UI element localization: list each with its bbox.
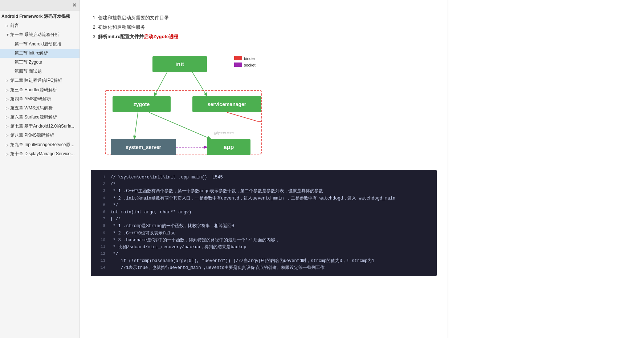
line-content: //1表示true，也就执行ueventd_main ,ueventd主要是负责… bbox=[110, 265, 432, 271]
svg-rect-19 bbox=[234, 56, 242, 60]
sidebar-item-ch2[interactable]: ▷第二章 跨进程通信IPC解析 bbox=[0, 76, 80, 85]
sidebar-item-ch7[interactable]: ▷第七章 基于Android12.0的SurfaceFlinger源 bbox=[0, 122, 80, 131]
expand-icon: ▷ bbox=[6, 23, 9, 29]
sidebar: ✕ Android Framework 源码开发揭秘▷前言▼第一章 系统启动流程… bbox=[0, 0, 80, 338]
svg-line-10 bbox=[149, 112, 211, 139]
sidebar-tree: Android Framework 源码开发揭秘▷前言▼第一章 系统启动流程分析… bbox=[0, 11, 80, 160]
line-number: 5 bbox=[95, 202, 105, 209]
sidebar-item-ch8[interactable]: ▷第八章 PKMS源码解析 bbox=[0, 131, 80, 140]
svg-text:gityuan.com: gityuan.com bbox=[214, 131, 234, 135]
sidebar-item-label: 第六章 Surface源码解析 bbox=[10, 114, 57, 120]
expand-icon: ▷ bbox=[6, 105, 9, 111]
svg-line-2 bbox=[154, 72, 167, 96]
line-number: 2 bbox=[95, 181, 105, 188]
sidebar-item-ch6[interactable]: ▷第六章 Surface源码解析 bbox=[0, 113, 80, 122]
line-number: 6 bbox=[95, 209, 105, 216]
line-content: * 2 .init的main函数有两个其它入口，一是参数中有ueventd，进入… bbox=[110, 195, 432, 202]
sidebar-item-label: 第一节 Android启动概括 bbox=[15, 41, 61, 47]
sidebar-item-ch3[interactable]: ▷第三章 Handler源码解析 bbox=[0, 85, 80, 94]
line-number: 11 bbox=[95, 244, 105, 251]
line-content: * 比如/sdcard/miui_recovery/backup，得到的结果是b… bbox=[110, 244, 432, 251]
sidebar-close-icon[interactable]: ✕ bbox=[72, 2, 77, 8]
architecture-diagram: init zygote servicemanager bbox=[91, 49, 280, 161]
expand-icon: ▷ bbox=[6, 96, 9, 102]
code-line: 1// \system\core\init\init .cpp main() L… bbox=[91, 174, 437, 181]
code-line: 12 */ bbox=[91, 251, 437, 258]
sidebar-item-ch1-s4[interactable]: 第四节 面试题 bbox=[0, 67, 80, 76]
line-content: * 3 .basename是C库中的一个函数，得到特定的路径中的最后一个'/'后… bbox=[110, 237, 432, 244]
code-line: 11 * 比如/sdcard/miui_recovery/backup，得到的结… bbox=[91, 244, 437, 251]
line-number: 7 bbox=[95, 216, 105, 223]
line-content: /* bbox=[110, 181, 432, 188]
expand-icon: ▼ bbox=[6, 32, 9, 38]
expand-icon: ▷ bbox=[6, 133, 9, 138]
sidebar-item-ch4[interactable]: ▷第四章 AMS源码解析 bbox=[0, 94, 80, 104]
sidebar-item-ch9[interactable]: ▷第九章 InputManagerService源码解析 bbox=[0, 140, 80, 149]
sidebar-item-label: 第七章 基于Android12.0的SurfaceFlinger源 bbox=[10, 124, 80, 129]
sidebar-item-ch1[interactable]: ▼第一章 系统启动流程分析 bbox=[0, 30, 80, 39]
sidebar-item-label: 第五章 WMS源码解析 bbox=[10, 105, 53, 110]
code-panel bbox=[448, 0, 644, 338]
sidebar-item-book-title[interactable]: Android Framework 源码开发揭秘 bbox=[0, 12, 80, 21]
sidebar-item-label: 第四章 AMS源码解析 bbox=[10, 96, 51, 101]
code-line: 8 * 1 .strcmp是String的一个函数，比较字符串，相等返回0 bbox=[91, 223, 437, 230]
svg-text:app: app bbox=[224, 144, 234, 150]
expand-icon: ▷ bbox=[6, 78, 9, 84]
code-line: 3 * 1 .C++中主函数有两个参数，第一个参数argc表示参数个数，第二个参… bbox=[91, 188, 437, 195]
sidebar-item-label: Android Framework 源码开发揭秘 bbox=[1, 14, 70, 19]
sidebar-header: ✕ bbox=[0, 0, 80, 11]
expand-icon: ▷ bbox=[6, 124, 9, 129]
svg-line-3 bbox=[192, 72, 207, 96]
diagram-container: init zygote servicemanager bbox=[91, 49, 437, 162]
code-line: 9 * 2 .C++中0也可以表示false bbox=[91, 230, 437, 237]
line-number: 9 bbox=[95, 230, 105, 237]
line-number: 1 bbox=[95, 174, 105, 181]
line-content: */ bbox=[110, 251, 432, 258]
sidebar-item-ch1-s3[interactable]: 第三节 Zygote bbox=[0, 58, 80, 67]
code-line: 6int main(int argc, char** argv) bbox=[91, 209, 437, 216]
line-content: int main(int argc, char** argv) bbox=[110, 209, 432, 216]
code-line: 2/* bbox=[91, 181, 437, 188]
line-number: 8 bbox=[95, 223, 105, 230]
line-content: */ bbox=[110, 202, 432, 209]
code-line: 5 */ bbox=[91, 202, 437, 209]
code-line: 14 //1表示true，也就执行ueventd_main ,ueventd主要… bbox=[91, 265, 437, 271]
sidebar-item-ch10[interactable]: ▷第十章 DisplayManagerService源码解析 bbox=[0, 149, 80, 158]
svg-text:zygote: zygote bbox=[134, 101, 150, 107]
sidebar-item-ch5[interactable]: ▷第五章 WMS源码解析 bbox=[0, 104, 80, 113]
line-content: { /* bbox=[110, 216, 432, 223]
sidebar-item-ch1-s1[interactable]: 第一节 Android启动概括 bbox=[0, 40, 80, 49]
code-line: 10 * 3 .basename是C库中的一个函数，得到特定的路径中的最后一个'… bbox=[91, 237, 437, 244]
svg-line-9 bbox=[134, 112, 138, 139]
doc-area: 创建和挂载启动所需要的文件目录 初始化和启动属性服务 解析init.rc配置文件… bbox=[80, 0, 448, 338]
sidebar-item-label: 第三节 Zygote bbox=[15, 60, 42, 65]
line-content: * 2 .C++中0也可以表示false bbox=[110, 230, 432, 237]
expand-icon: ▷ bbox=[6, 87, 9, 93]
svg-text:servicemanager: servicemanager bbox=[208, 101, 246, 107]
line-number: 4 bbox=[95, 195, 105, 202]
sidebar-item-label: 第二章 跨进程通信IPC解析 bbox=[10, 78, 62, 83]
code-line: 13 if (!strcmp(basename(argv[0]), "ueven… bbox=[91, 258, 437, 265]
sidebar-item-preface[interactable]: ▷前言 bbox=[0, 21, 80, 30]
svg-text:system_server: system_server bbox=[126, 144, 162, 150]
sidebar-item-label: 第一章 系统启动流程分析 bbox=[10, 32, 59, 37]
list-item-2: 初始化和启动属性服务 bbox=[98, 23, 437, 32]
expand-icon: ▷ bbox=[6, 114, 9, 120]
sidebar-item-ch1-s2[interactable]: 第二节 init.rc解析 bbox=[0, 49, 80, 58]
code-line: 7{ /* bbox=[91, 216, 437, 223]
line-number: 14 bbox=[95, 265, 105, 271]
line-content: * 1 .strcmp是String的一个函数，比较字符串，相等返回0 bbox=[110, 223, 432, 230]
line-content: if (!strcmp(basename(argv[0]), "ueventd"… bbox=[110, 258, 432, 265]
sidebar-item-label: 第十章 DisplayManagerService源码解析 bbox=[10, 151, 80, 156]
sidebar-item-label: 第四节 面试题 bbox=[15, 69, 42, 74]
diagram-svg: init zygote servicemanager bbox=[91, 49, 437, 162]
sidebar-item-label: 第二节 init.rc解析 bbox=[15, 51, 48, 56]
svg-text:init: init bbox=[175, 61, 184, 67]
sidebar-item-label: 前言 bbox=[10, 23, 19, 28]
line-content: // \system\core\init\init .cpp main() L5… bbox=[110, 174, 432, 181]
line-number: 3 bbox=[95, 188, 105, 195]
main-area: 创建和挂载启动所需要的文件目录 初始化和启动属性服务 解析init.rc配置文件… bbox=[80, 0, 644, 338]
list-item-3: 解析init.rc配置文件并启动Zygote进程 bbox=[98, 32, 437, 41]
sidebar-item-label: 第三章 Handler源码解析 bbox=[10, 87, 57, 92]
line-content: * 1 .C++中主函数有两个参数，第一个参数argc表示参数个数，第二个参数是… bbox=[110, 188, 432, 195]
